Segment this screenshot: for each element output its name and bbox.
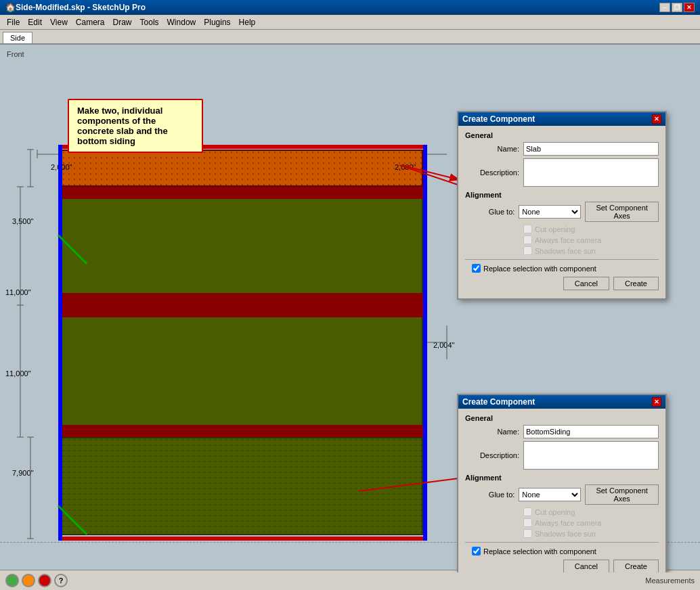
dialog-2-desc-row: Description: <box>465 441 659 470</box>
dialog-1-glue-label: Glue to: <box>465 208 515 216</box>
dialog-2-cut-opening-row: Cut opening <box>465 507 659 516</box>
front-label: Front <box>7 50 24 58</box>
measurements-label: Measurements <box>645 576 695 585</box>
dialog-1-cut-opening-label: Cut opening <box>535 225 575 233</box>
maximize-button[interactable]: ❐ <box>672 3 682 12</box>
status-icon-orange[interactable] <box>22 574 35 587</box>
dialog-1-general-header: General <box>465 131 659 139</box>
main-area: Front Make two, individual components of… <box>0 45 700 572</box>
dialog-2-shadows-checkbox[interactable] <box>523 529 532 538</box>
menu-file[interactable]: File <box>3 16 24 28</box>
dialog-1-glue-select[interactable]: None <box>519 205 581 219</box>
blue-border-left <box>58 145 62 541</box>
dialog-1-content: General Name: Description: Alignment Glu… <box>458 126 665 298</box>
dialog-2-cut-opening-label: Cut opening <box>535 508 575 516</box>
building-frame <box>58 145 427 541</box>
dialog-2-content: General Name: Description: Alignment Glu… <box>458 409 665 572</box>
dialog-1-cut-opening-row: Cut opening <box>465 225 659 233</box>
dialog-1-shadows-row: Shadows face sun <box>465 246 659 255</box>
title-text: Side-Modified.skp - SketchUp Pro <box>16 3 146 12</box>
tab-side[interactable]: Side <box>3 32 32 43</box>
dialog-1-shadows-label: Shadows face sun <box>535 247 596 255</box>
dialog-2-always-face-label: Always face camera <box>535 519 601 527</box>
title-bar: 🏠 Side-Modified.skp - SketchUp Pro ─ ❐ ✕ <box>0 0 700 15</box>
menu-camera[interactable]: Camera <box>72 16 109 28</box>
dialog-1-always-face-checkbox[interactable] <box>523 235 532 244</box>
dialog-2-close-button[interactable]: ✕ <box>652 397 661 407</box>
title-controls: ─ ❐ ✕ <box>659 3 695 12</box>
dialog-1-replace-checkbox[interactable] <box>472 264 481 273</box>
dialog-2-alignment-header: Alignment <box>465 474 659 482</box>
dialog-1-name-label: Name: <box>465 145 519 153</box>
dialog-2-name-input[interactable] <box>523 425 659 438</box>
menu-view[interactable]: View <box>46 16 72 28</box>
dialog-1-desc-row: Description: <box>465 158 659 187</box>
dialog-2-glue-row: Glue to: None Set Component Axes <box>465 484 659 505</box>
status-bar: ? Measurements <box>0 570 700 590</box>
dialog-2-title-bar: Create Component ✕ <box>458 395 665 409</box>
dialog-1-name-input[interactable] <box>523 142 659 156</box>
blue-border-right <box>423 145 427 541</box>
dialog-2-glue-label: Glue to: <box>465 491 515 499</box>
dialog-1-title-text: Create Component <box>462 114 535 124</box>
dialog-2-general-header: General <box>465 414 659 422</box>
status-icon-help[interactable]: ? <box>54 574 68 587</box>
dialog-2-name-label: Name: <box>465 428 519 436</box>
dim-11000-1: 11,000" <box>5 288 31 296</box>
dialog-1-divider <box>465 259 659 260</box>
dialog-1-always-face-row: Always face camera <box>465 235 659 244</box>
status-icon-green[interactable] <box>5 574 19 587</box>
dialog-1-replace-row: Replace selection with component <box>465 264 659 273</box>
dialog-1-title-bar: Create Component ✕ <box>458 112 665 126</box>
dialog-1-desc-input[interactable] <box>523 158 659 187</box>
menu-draw[interactable]: Draw <box>109 16 136 28</box>
dialog-1-alignment-header: Alignment <box>465 191 659 199</box>
dialog-1-close-button[interactable]: ✕ <box>652 114 661 124</box>
menu-tools[interactable]: Tools <box>136 16 163 28</box>
dialog-1-always-face-label: Always face camera <box>535 236 601 244</box>
dialog-1-cut-opening-checkbox[interactable] <box>523 225 532 233</box>
dim-7900: 7,900" <box>12 469 33 477</box>
dialog-1-cancel-button[interactable]: Cancel <box>563 277 609 290</box>
dialog-1-replace-label: Replace selection with component <box>483 265 596 273</box>
dialog-2-replace-checkbox[interactable] <box>472 547 481 555</box>
dialog-2-shadows-label: Shadows face sun <box>535 530 596 538</box>
dialog-2-desc-input[interactable] <box>523 441 659 470</box>
dialog-1-desc-label: Description: <box>465 168 519 177</box>
dialog-2-divider <box>465 542 659 543</box>
dialog-2-always-face-checkbox[interactable] <box>523 518 532 527</box>
menu-help[interactable]: Help <box>235 16 260 28</box>
minimize-button[interactable]: ─ <box>659 3 670 12</box>
dialog-2-always-face-row: Always face camera <box>465 518 659 527</box>
dialog-2-button-row: Cancel Create <box>465 560 659 572</box>
dialog-2-title-text: Create Component <box>462 397 535 407</box>
create-component-dialog-1: Create Component ✕ General Name: Descrip… <box>457 111 667 300</box>
menu-bar: File Edit View Camera Draw Tools Window … <box>0 15 700 30</box>
dialog-1-glue-row: Glue to: None Set Component Axes <box>465 202 659 222</box>
menu-window[interactable]: Window <box>163 16 200 28</box>
close-button[interactable]: ✕ <box>684 3 695 12</box>
dim-2004: 2,004" <box>433 341 454 349</box>
dialog-1-create-button[interactable]: Create <box>613 277 659 290</box>
dialog-2-replace-row: Replace selection with component <box>465 547 659 555</box>
dim-11000-2: 11,000" <box>5 369 31 378</box>
dialog-1-button-row: Cancel Create <box>465 277 659 293</box>
dim-3500: 3,500" <box>12 217 33 225</box>
dialog-1-shadows-checkbox[interactable] <box>523 246 532 255</box>
dialog-2-replace-label: Replace selection with component <box>483 547 596 555</box>
tab-bar: Side <box>0 30 700 45</box>
dialog-2-name-row: Name: <box>465 425 659 438</box>
instruction-tooltip: Make two, individual components of the c… <box>68 99 203 153</box>
menu-plugins[interactable]: Plugins <box>200 16 234 28</box>
status-icon-red[interactable] <box>38 574 51 587</box>
dialog-2-cut-opening-checkbox[interactable] <box>523 507 532 516</box>
dialog-1-set-axes-button[interactable]: Set Component Axes <box>585 202 659 222</box>
menu-edit[interactable]: Edit <box>24 16 46 28</box>
create-component-dialog-2: Create Component ✕ General Name: Descrip… <box>457 394 667 572</box>
dialog-2-set-axes-button[interactable]: Set Component Axes <box>585 484 659 505</box>
dialog-2-create-button[interactable]: Create <box>613 560 659 572</box>
dialog-2-cancel-button[interactable]: Cancel <box>563 560 609 572</box>
dialog-2-glue-select[interactable]: None <box>519 488 581 501</box>
dialog-1-name-row: Name: <box>465 142 659 156</box>
dialog-2-desc-label: Description: <box>465 451 519 459</box>
